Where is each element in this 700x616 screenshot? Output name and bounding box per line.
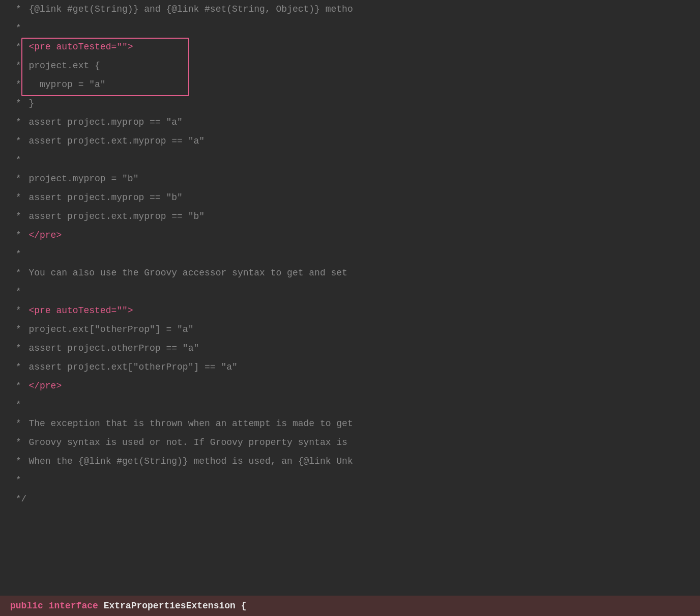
line-7: * assert project.ext.myprop == "a" [10,132,700,151]
punctuation: { [241,601,247,611]
star-18: * [10,339,21,358]
code-content: * {@link #get(String)} and {@link #set(S… [0,0,700,509]
line-23: * Groovy syntax is used or not. If Groov… [10,433,700,452]
line-12: * </pre> [10,226,700,245]
star-0: * [10,0,21,19]
line-9: * project.myprop = "b" [10,170,700,188]
line-text-12: </pre> [23,226,62,245]
line-0: * {@link #get(String)} and {@link #set(S… [10,0,700,19]
line-text-7: assert project.ext.myprop == "a" [23,132,205,151]
line-text-4: myprop = "a" [23,75,106,94]
star-9: * [10,170,21,188]
star-6: * [10,113,21,132]
bottom-bar-text: public interface ExtraPropertiesExtensio… [10,601,247,611]
bottom-bar: public interface ExtraPropertiesExtensio… [0,596,700,616]
star-20: * [10,377,21,396]
line-11: * assert project.ext.myprop == "b" [10,207,700,226]
line-text-18: assert project.otherProp == "a" [23,339,199,358]
star-11: * [10,207,21,226]
line-text-23: Groovy syntax is used or not. If Groovy … [23,433,347,452]
line-25: * [10,471,700,490]
line-13: * [10,245,700,264]
line-5: * } [10,94,700,113]
star-21: * [10,396,21,414]
line-3: * project.ext { [10,57,700,75]
line-4: * myprop = "a" [10,75,700,94]
line-21: * [10,396,700,414]
star-14: * [10,264,21,283]
line-14: * You can also use the Groovy accessor s… [10,264,700,283]
line-17: * project.ext["otherProp"] = "a" [10,320,700,339]
line-text-10: assert project.myprop == "b" [23,188,183,207]
code-view: * {@link #get(String)} and {@link #set(S… [0,0,700,616]
line-text-2: <pre autoTested=""> [23,38,133,57]
line-19: * assert project.ext["otherProp"] == "a" [10,358,700,377]
star-17: * [10,320,21,339]
star-4: * [10,75,21,94]
line-text-0: {@link #get(String)} and {@link #set(Str… [23,0,353,19]
line-20: * </pre> [10,377,700,396]
line-text-17: project.ext["otherProp"] = "a" [23,320,194,339]
star-26: */ [10,490,26,509]
line-text-19: assert project.ext["otherProp"] == "a" [23,358,238,377]
star-10: * [10,188,21,207]
star-2: * [10,38,21,57]
star-8: * [10,151,21,170]
line-8: * [10,151,700,170]
star-13: * [10,245,21,264]
line-26: */ [10,490,700,509]
line-1: * [10,19,700,38]
line-text-5: } [23,94,35,113]
line-text-24: When the {@link #get(String)} method is … [23,452,353,471]
keyword-public-interface: public interface [10,601,98,611]
classname: ExtraPropertiesExtension [104,601,236,611]
line-6: * assert project.myprop == "a" [10,113,700,132]
star-25: * [10,471,21,490]
line-text-6: assert project.myprop == "a" [23,113,183,132]
star-7: * [10,132,21,151]
line-22: * The exception that is thrown when an a… [10,414,700,433]
star-19: * [10,358,21,377]
line-text-3: project.ext { [23,57,100,75]
line-text-11: assert project.ext.myprop == "b" [23,207,205,226]
star-23: * [10,433,21,452]
star-24: * [10,452,21,471]
line-text-20: </pre> [23,377,62,396]
star-15: * [10,283,21,301]
star-1: * [10,19,21,38]
line-text-16: <pre autoTested=""> [23,301,133,320]
line-16: * <pre autoTested=""> [10,301,700,320]
line-2: * <pre autoTested=""> [10,38,700,57]
line-text-14: You can also use the Groovy accessor syn… [23,264,347,283]
star-3: * [10,57,21,75]
star-12: * [10,226,21,245]
star-16: * [10,301,21,320]
line-10: * assert project.myprop == "b" [10,188,700,207]
star-5: * [10,94,21,113]
line-text-9: project.myprop = "b" [23,170,139,188]
line-15: * [10,283,700,301]
line-text-22: The exception that is thrown when an att… [23,414,353,433]
line-18: * assert project.otherProp == "a" [10,339,700,358]
line-24: * When the {@link #get(String)} method i… [10,452,700,471]
star-22: * [10,414,21,433]
